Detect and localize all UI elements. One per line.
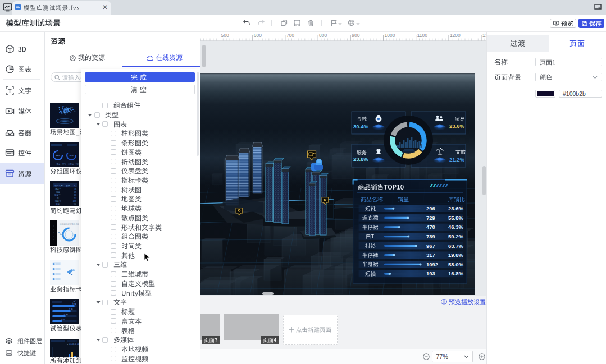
svg-text:科技感数据可视化 2023: 科技感数据可视化 2023 [60, 223, 79, 225]
svg-text:76%: 76% [69, 154, 74, 157]
svg-text:1100: 1100 [417, 33, 428, 38]
svg-text:项目: 项目 [56, 203, 60, 205]
svg-text:65: 65 [74, 191, 76, 193]
svg-text:76: 76 [74, 188, 76, 190]
svg-text:88%: 88% [56, 154, 60, 157]
svg-text:600: 600 [254, 33, 262, 38]
svg-text:1.78: 1.78 [72, 303, 76, 306]
svg-text:项目五: 项目五 [55, 200, 61, 202]
svg-text:二季度 · 71%: 二季度 · 71% [68, 163, 79, 165]
svg-text:项目一: 项目一 [55, 188, 61, 190]
svg-text:0.98: 0.98 [64, 314, 68, 316]
svg-text:96: 96 [74, 203, 76, 205]
svg-text:57: 57 [74, 197, 76, 200]
svg-text:项目: 项目 [56, 191, 60, 193]
svg-text:项目三: 项目三 [54, 194, 61, 196]
svg-text:0.67: 0.67 [61, 319, 65, 321]
svg-text:500: 500 [221, 33, 229, 38]
svg-text:700: 700 [286, 33, 294, 38]
svg-text:比: 比 [74, 184, 76, 187]
svg-text:83: 83 [74, 194, 76, 196]
svg-text:● 实时数据 42: ● 实时数据 42 [67, 343, 79, 345]
svg-text:一季度 · 77%: 一季度 · 77% [54, 163, 66, 165]
svg-text:218: 218 [73, 200, 76, 202]
svg-text:900: 900 [352, 33, 359, 38]
svg-text:项目名称: 项目名称 [54, 184, 63, 187]
svg-text:1200: 1200 [450, 33, 461, 38]
svg-text:1000: 1000 [385, 33, 395, 38]
svg-text:四: 四 [57, 197, 59, 200]
svg-text:800: 800 [319, 33, 327, 38]
svg-text:1.35: 1.35 [69, 308, 73, 311]
svg-text:数值: 数值 [66, 184, 70, 187]
svg-text:1300: 1300 [482, 33, 486, 38]
